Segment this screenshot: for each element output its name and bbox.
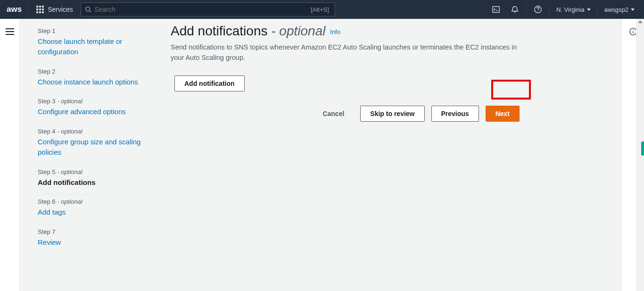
page-description: Send notifications to SNS topics wheneve…: [171, 42, 520, 63]
svg-rect-2: [42, 6, 44, 8]
svg-line-10: [89, 11, 91, 13]
separator: [28, 5, 29, 14]
wizard-footer: Cancel Skip to review Previous Next: [171, 106, 520, 122]
topnav-right: N. Virginia awsgsp2: [488, 2, 637, 17]
region-selector[interactable]: N. Virginia: [553, 6, 594, 13]
search-shortcut: [Alt+S]: [311, 6, 331, 13]
svg-rect-5: [42, 8, 44, 10]
step-item: Step 5 - optional Add notifications: [38, 165, 143, 195]
svg-rect-17: [6, 34, 14, 35]
wizard-steps: Step 1 Choose launch template or configu…: [20, 19, 152, 291]
global-search[interactable]: [Alt+S]: [81, 2, 335, 17]
search-icon: [85, 6, 91, 13]
step-number: Step 4 - optional: [38, 128, 143, 135]
svg-rect-6: [36, 11, 38, 13]
page-title: Add notifications - optional Info: [171, 24, 520, 39]
cancel-button[interactable]: Cancel: [313, 106, 354, 121]
notifications-bell-icon[interactable]: [507, 2, 522, 17]
expand-nav-button[interactable]: [6, 28, 14, 291]
svg-point-14: [537, 11, 538, 11]
account-menu[interactable]: awsgsp2: [602, 6, 637, 13]
step-item: Step 2 Choose instance launch options: [38, 64, 143, 94]
top-nav: aws Services [Alt+S] N. Virginia: [0, 0, 644, 19]
step-link-add-notifications: Add notifications: [38, 177, 143, 188]
step-link-instance-launch-options[interactable]: Choose instance launch options: [38, 77, 143, 87]
aws-logo[interactable]: aws: [7, 5, 22, 14]
main-area: Step 1 Choose launch template or configu…: [20, 19, 621, 291]
step-link-launch-template[interactable]: Choose launch template or configuration: [38, 36, 143, 57]
help-icon[interactable]: [530, 2, 545, 17]
separator: [597, 5, 598, 14]
svg-rect-0: [36, 6, 38, 8]
step-number: Step 2: [38, 68, 143, 75]
left-rail: [0, 19, 20, 291]
svg-rect-1: [39, 6, 41, 8]
services-label: Services: [48, 6, 73, 13]
step-item: Step 1 Choose launch template or configu…: [38, 24, 143, 64]
info-link[interactable]: Info: [330, 28, 340, 35]
step-item: Step 3 - optional Configure advanced opt…: [38, 94, 143, 124]
svg-rect-3: [36, 8, 38, 10]
feedback-tab[interactable]: [641, 141, 644, 156]
caret-down-icon: [631, 8, 635, 11]
cloudshell-icon[interactable]: [488, 2, 504, 17]
svg-point-9: [86, 7, 90, 11]
step-number: Step 7: [38, 228, 143, 235]
step-item: Step 4 - optional Configure group size a…: [38, 124, 143, 165]
svg-point-19: [633, 30, 634, 31]
step-number: Step 6 - optional: [38, 198, 143, 205]
step-number: Step 3 - optional: [38, 98, 143, 105]
step-item: Step 7 Review: [38, 224, 143, 254]
scroll-up-arrow[interactable]: [636, 20, 644, 23]
step-link-advanced-options[interactable]: Configure advanced options: [38, 107, 143, 117]
previous-button[interactable]: Previous: [431, 106, 479, 122]
search-input[interactable]: [94, 6, 308, 13]
step-number: Step 5 - optional: [38, 168, 143, 175]
main-panel: Add notifications - optional Info Send n…: [152, 19, 538, 291]
step-link-review[interactable]: Review: [38, 237, 143, 248]
step-item: Step 6 - optional Add tags: [38, 194, 143, 224]
svg-rect-15: [6, 28, 14, 29]
svg-rect-11: [493, 7, 499, 13]
svg-rect-16: [6, 31, 14, 32]
page-body: Step 1 Choose launch template or configu…: [0, 19, 644, 291]
grid-icon: [36, 6, 44, 13]
next-button[interactable]: Next: [486, 106, 520, 122]
separator: [549, 5, 550, 14]
svg-rect-8: [42, 11, 44, 13]
step-number: Step 1: [38, 27, 143, 34]
add-notification-button[interactable]: Add notification: [174, 75, 245, 91]
svg-rect-4: [39, 8, 41, 10]
caret-down-icon: [587, 8, 591, 11]
region-name: N. Virginia: [556, 6, 585, 13]
svg-rect-7: [39, 11, 41, 13]
account-name: awsgsp2: [604, 6, 628, 13]
skip-to-review-button[interactable]: Skip to review: [360, 106, 424, 122]
step-link-group-size-scaling[interactable]: Configure group size and scaling policie…: [38, 137, 143, 158]
services-menu-button[interactable]: Services: [33, 6, 76, 13]
separator: [526, 5, 527, 14]
step-link-add-tags[interactable]: Add tags: [38, 207, 143, 217]
